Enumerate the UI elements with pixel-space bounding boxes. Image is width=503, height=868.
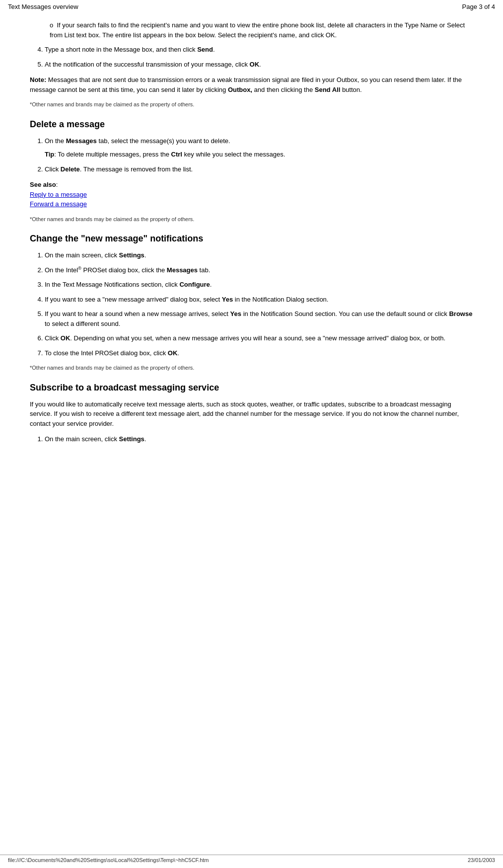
trademark-note-3: *Other names and brands may be claimed a… bbox=[30, 364, 473, 372]
change-step-2: On the Intel® PROSet dialog box, click t… bbox=[45, 265, 473, 275]
subscribe-heading: Subscribe to a broadcast messaging servi… bbox=[30, 381, 473, 395]
footer-date: 23/01/2003 bbox=[468, 857, 495, 863]
page-footer: file:///C:\Documents%20and%20Settings\so… bbox=[0, 855, 503, 863]
delete-step-1: On the Messages tab, select the message(… bbox=[45, 136, 473, 159]
send-step-4: Type a short note in the Message box, an… bbox=[45, 45, 473, 55]
page-header: Text Messages overview Page 3 of 4 bbox=[0, 0, 503, 12]
bullet-circle: o bbox=[50, 21, 57, 29]
footer-path: file:///C:\Documents%20and%20Settings\so… bbox=[8, 857, 209, 863]
see-also-block: See also: Reply to a message Forward a m… bbox=[30, 180, 473, 209]
send-step-5: At the notification of the successful tr… bbox=[45, 60, 473, 70]
change-step-1: On the main screen, click Settings. bbox=[45, 250, 473, 260]
page-title: Text Messages overview bbox=[8, 3, 78, 10]
subscribe-step-1: On the main screen, click Settings. bbox=[45, 434, 473, 444]
note-block: Note: Messages that are not sent due to … bbox=[30, 75, 473, 94]
change-step-6: Click OK. Depending on what you set, whe… bbox=[45, 333, 473, 343]
change-step-7: To close the Intel PROSet dialog box, cl… bbox=[45, 348, 473, 358]
forward-link[interactable]: Forward a message bbox=[30, 200, 87, 208]
subscribe-steps-list: On the main screen, click Settings. bbox=[45, 434, 473, 444]
send-steps-list: Type a short note in the Message box, an… bbox=[45, 45, 473, 69]
trademark-note-1: *Other names and brands may be claimed a… bbox=[30, 100, 473, 109]
change-steps-list: On the main screen, click Settings. On t… bbox=[45, 250, 473, 358]
change-heading: Change the "new message" notifications bbox=[30, 232, 473, 245]
bullet-note: o If your search fails to find the recip… bbox=[50, 20, 473, 40]
subscribe-intro: If you would like to automatically recei… bbox=[30, 399, 473, 429]
page-num: Page 3 of 4 bbox=[462, 3, 496, 10]
change-step-3: In the Text Message Notifications sectio… bbox=[45, 280, 473, 290]
reply-link[interactable]: Reply to a message bbox=[30, 191, 87, 198]
change-step-5: If you want to hear a sound when a new m… bbox=[45, 309, 473, 328]
main-content: o If your search fails to find the recip… bbox=[0, 12, 503, 479]
trademark-note-2: *Other names and brands may be claimed a… bbox=[30, 215, 473, 224]
delete-step-2: Click Delete. The message is removed fro… bbox=[45, 164, 473, 174]
delete-heading: Delete a message bbox=[30, 118, 473, 131]
change-step-4: If you want to see a "new message arrive… bbox=[45, 295, 473, 305]
tip-block: Tip: To delete multiple messages, press … bbox=[45, 150, 473, 159]
delete-steps-list: On the Messages tab, select the message(… bbox=[45, 136, 473, 174]
